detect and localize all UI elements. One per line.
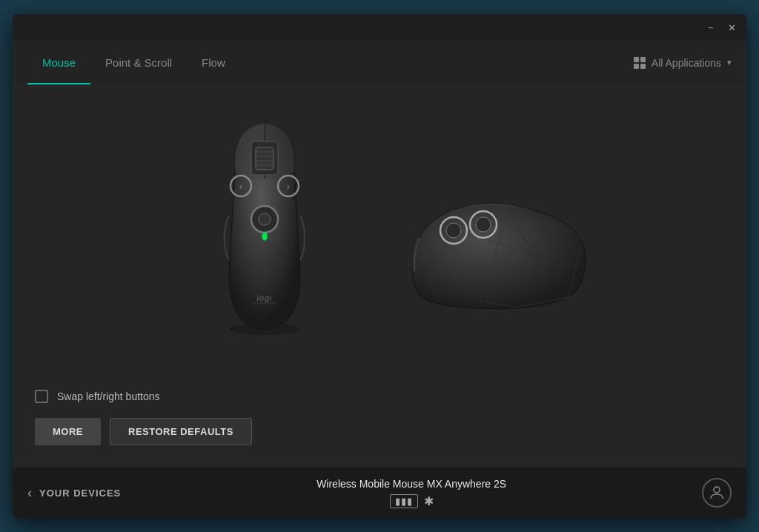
profile-icon[interactable] [702, 478, 732, 508]
back-devices-button[interactable]: ‹ YOUR DEVICES [27, 485, 121, 501]
mouse-front-view: ‹ › [190, 112, 339, 349]
svg-text:‹: ‹ [239, 182, 242, 192]
mouse-front-svg: ‹ › [190, 112, 339, 349]
nav-right: All Applications ▾ [634, 41, 732, 84]
bluetooth-icon: ✱ [424, 494, 434, 508]
svg-point-23 [446, 223, 461, 238]
chevron-down-icon[interactable]: ▾ [727, 58, 732, 67]
back-arrow-icon: ‹ [27, 485, 32, 501]
svg-point-25 [476, 217, 491, 232]
mouse-area: ‹ › [13, 85, 746, 375]
grid-icon [634, 57, 646, 69]
swap-checkbox-row: Swap left/right buttons [35, 390, 724, 403]
battery-icon: ▮▮▮ [390, 494, 418, 508]
minimize-button[interactable]: − [702, 19, 720, 36]
svg-text:›: › [287, 182, 290, 192]
more-button[interactable]: MORE [35, 418, 101, 445]
your-devices-label: YOUR DEVICES [39, 488, 121, 499]
svg-point-14 [262, 233, 267, 240]
svg-text:logi: logi [256, 293, 272, 302]
nav-bar: Mouse Point & Scroll Flow All Applicatio… [13, 41, 746, 85]
tab-flow[interactable]: Flow [187, 41, 240, 84]
device-info: Wireless Mobile Mouse MX Anywhere 2S ▮▮▮… [121, 478, 702, 508]
main-content: ‹ › [13, 85, 746, 468]
device-icons: ▮▮▮ ✱ [390, 494, 434, 508]
svg-rect-6 [256, 147, 274, 170]
tab-point-scroll[interactable]: Point & Scroll [90, 41, 187, 84]
close-button[interactable]: ✕ [723, 19, 740, 36]
btn-row: MORE RESTORE DEFAULTS [35, 418, 724, 445]
mouse-side-view [398, 179, 569, 327]
svg-point-12 [259, 213, 271, 225]
svg-point-17 [229, 323, 300, 335]
svg-point-26 [714, 487, 720, 493]
mouse-side-svg [398, 179, 598, 327]
swap-checkbox[interactable] [35, 390, 48, 403]
tab-mouse[interactable]: Mouse [27, 41, 90, 84]
app-window: − ✕ Mouse Point & Scroll Flow All Applic… [13, 14, 746, 518]
swap-label: Swap left/right buttons [57, 390, 160, 402]
device-name: Wireless Mobile Mouse MX Anywhere 2S [316, 478, 506, 490]
title-bar: − ✕ [13, 14, 746, 41]
all-applications-label[interactable]: All Applications [652, 57, 721, 69]
status-bar: ‹ YOUR DEVICES Wireless Mobile Mouse MX … [13, 468, 746, 518]
bottom-controls: Swap left/right buttons MORE RESTORE DEF… [13, 375, 746, 468]
restore-defaults-button[interactable]: RESTORE DEFAULTS [110, 418, 252, 445]
